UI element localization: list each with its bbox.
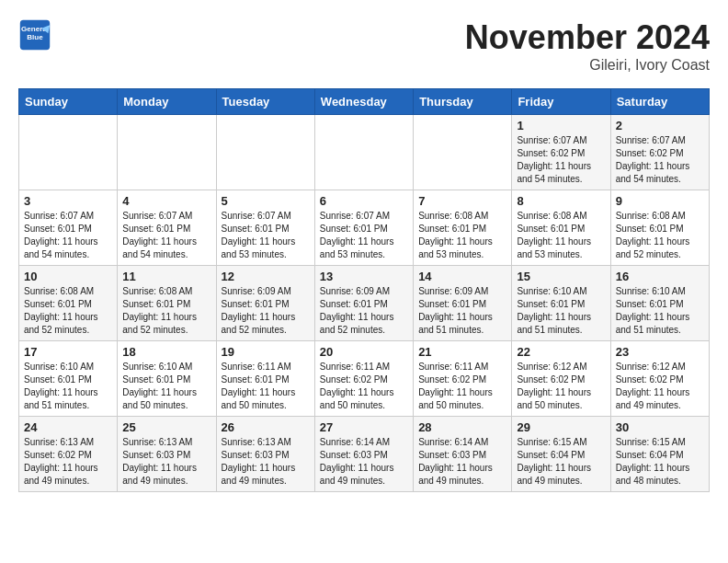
day-info: Sunrise: 6:07 AM Sunset: 6:01 PM Dayligh… xyxy=(122,210,210,261)
calendar-cell: 10Sunrise: 6:08 AM Sunset: 6:01 PM Dayli… xyxy=(19,266,118,341)
calendar-cell: 4Sunrise: 6:07 AM Sunset: 6:01 PM Daylig… xyxy=(118,190,216,266)
day-number: 26 xyxy=(222,420,310,434)
svg-text:Blue: Blue xyxy=(27,33,43,41)
day-info: Sunrise: 6:08 AM Sunset: 6:01 PM Dayligh… xyxy=(122,285,210,337)
calendar-cell: 21Sunrise: 6:11 AM Sunset: 6:02 PM Dayli… xyxy=(414,341,512,417)
day-number: 21 xyxy=(418,345,506,359)
calendar-cell: 18Sunrise: 6:10 AM Sunset: 6:01 PM Dayli… xyxy=(118,341,216,417)
calendar-table: SundayMondayTuesdayWednesdayThursdayFrid… xyxy=(18,88,710,492)
day-info: Sunrise: 6:13 AM Sunset: 6:03 PM Dayligh… xyxy=(222,436,310,488)
calendar-cell: 2Sunrise: 6:07 AM Sunset: 6:02 PM Daylig… xyxy=(610,115,709,190)
day-number: 12 xyxy=(222,270,310,283)
day-info: Sunrise: 6:10 AM Sunset: 6:01 PM Dayligh… xyxy=(122,361,210,412)
calendar-cell: 15Sunrise: 6:10 AM Sunset: 6:01 PM Dayli… xyxy=(512,266,610,341)
calendar-cell: 30Sunrise: 6:15 AM Sunset: 6:04 PM Dayli… xyxy=(610,417,709,492)
day-info: Sunrise: 6:09 AM Sunset: 6:01 PM Dayligh… xyxy=(222,285,310,337)
header-row: SundayMondayTuesdayWednesdayThursdayFrid… xyxy=(19,89,710,115)
day-number: 28 xyxy=(418,420,506,434)
day-info: Sunrise: 6:08 AM Sunset: 6:01 PM Dayligh… xyxy=(24,285,112,337)
calendar-cell xyxy=(414,115,512,190)
calendar-cell xyxy=(216,115,314,190)
weekday-header: Sunday xyxy=(19,89,118,115)
day-info: Sunrise: 6:07 AM Sunset: 6:01 PM Dayligh… xyxy=(320,210,408,261)
day-info: Sunrise: 6:15 AM Sunset: 6:04 PM Dayligh… xyxy=(517,436,605,488)
calendar-cell: 22Sunrise: 6:12 AM Sunset: 6:02 PM Dayli… xyxy=(512,341,610,417)
day-number: 2 xyxy=(616,119,704,132)
day-number: 1 xyxy=(517,119,605,132)
logo-icon: General Blue xyxy=(18,18,51,52)
day-number: 22 xyxy=(517,345,605,359)
day-info: Sunrise: 6:12 AM Sunset: 6:02 PM Dayligh… xyxy=(616,361,704,412)
day-info: Sunrise: 6:08 AM Sunset: 6:01 PM Dayligh… xyxy=(517,210,605,261)
day-info: Sunrise: 6:09 AM Sunset: 6:01 PM Dayligh… xyxy=(320,285,408,337)
calendar-cell: 8Sunrise: 6:08 AM Sunset: 6:01 PM Daylig… xyxy=(512,190,610,266)
calendar-cell: 16Sunrise: 6:10 AM Sunset: 6:01 PM Dayli… xyxy=(610,266,709,341)
weekday-header: Tuesday xyxy=(216,89,314,115)
day-info: Sunrise: 6:14 AM Sunset: 6:03 PM Dayligh… xyxy=(418,436,506,488)
day-number: 15 xyxy=(517,270,605,283)
calendar-cell: 1Sunrise: 6:07 AM Sunset: 6:02 PM Daylig… xyxy=(512,115,610,190)
day-number: 3 xyxy=(24,194,112,208)
calendar-cell: 9Sunrise: 6:08 AM Sunset: 6:01 PM Daylig… xyxy=(610,190,709,266)
calendar-cell: 28Sunrise: 6:14 AM Sunset: 6:03 PM Dayli… xyxy=(414,417,512,492)
day-number: 19 xyxy=(222,345,310,359)
calendar-cell: 3Sunrise: 6:07 AM Sunset: 6:01 PM Daylig… xyxy=(19,190,118,266)
day-info: Sunrise: 6:07 AM Sunset: 6:01 PM Dayligh… xyxy=(24,210,112,261)
calendar-cell: 25Sunrise: 6:13 AM Sunset: 6:03 PM Dayli… xyxy=(118,417,216,492)
calendar-cell xyxy=(118,115,216,190)
day-number: 14 xyxy=(418,270,506,283)
location: Gileiri, Ivory Coast xyxy=(465,57,710,74)
calendar-cell: 14Sunrise: 6:09 AM Sunset: 6:01 PM Dayli… xyxy=(414,266,512,341)
calendar-cell: 13Sunrise: 6:09 AM Sunset: 6:01 PM Dayli… xyxy=(314,266,413,341)
day-info: Sunrise: 6:10 AM Sunset: 6:01 PM Dayligh… xyxy=(517,285,605,337)
day-number: 11 xyxy=(122,270,210,283)
calendar-body: 1Sunrise: 6:07 AM Sunset: 6:02 PM Daylig… xyxy=(19,115,710,492)
day-number: 29 xyxy=(517,420,605,434)
day-info: Sunrise: 6:07 AM Sunset: 6:01 PM Dayligh… xyxy=(222,210,310,261)
day-info: Sunrise: 6:09 AM Sunset: 6:01 PM Dayligh… xyxy=(418,285,506,337)
calendar-week-row: 24Sunrise: 6:13 AM Sunset: 6:02 PM Dayli… xyxy=(19,417,710,492)
day-number: 16 xyxy=(616,270,704,283)
weekday-header: Friday xyxy=(512,89,610,115)
calendar-cell: 20Sunrise: 6:11 AM Sunset: 6:02 PM Dayli… xyxy=(314,341,413,417)
day-number: 18 xyxy=(122,345,210,359)
day-info: Sunrise: 6:08 AM Sunset: 6:01 PM Dayligh… xyxy=(418,210,506,261)
weekday-header: Thursday xyxy=(414,89,512,115)
day-number: 5 xyxy=(222,194,310,208)
day-number: 23 xyxy=(616,345,704,359)
calendar-cell: 27Sunrise: 6:14 AM Sunset: 6:03 PM Dayli… xyxy=(314,417,413,492)
weekday-header: Monday xyxy=(118,89,216,115)
day-number: 9 xyxy=(616,194,704,208)
calendar-week-row: 10Sunrise: 6:08 AM Sunset: 6:01 PM Dayli… xyxy=(19,266,710,341)
day-info: Sunrise: 6:15 AM Sunset: 6:04 PM Dayligh… xyxy=(616,436,704,488)
day-number: 13 xyxy=(320,270,408,283)
calendar-cell: 19Sunrise: 6:11 AM Sunset: 6:01 PM Dayli… xyxy=(216,341,314,417)
calendar-cell: 24Sunrise: 6:13 AM Sunset: 6:02 PM Dayli… xyxy=(19,417,118,492)
calendar-cell: 5Sunrise: 6:07 AM Sunset: 6:01 PM Daylig… xyxy=(216,190,314,266)
day-number: 10 xyxy=(24,270,112,283)
calendar-cell: 6Sunrise: 6:07 AM Sunset: 6:01 PM Daylig… xyxy=(314,190,413,266)
calendar-header: SundayMondayTuesdayWednesdayThursdayFrid… xyxy=(19,89,710,115)
day-info: Sunrise: 6:13 AM Sunset: 6:02 PM Dayligh… xyxy=(24,436,112,488)
day-number: 25 xyxy=(122,420,210,434)
day-info: Sunrise: 6:13 AM Sunset: 6:03 PM Dayligh… xyxy=(122,436,210,488)
calendar-cell: 29Sunrise: 6:15 AM Sunset: 6:04 PM Dayli… xyxy=(512,417,610,492)
day-info: Sunrise: 6:08 AM Sunset: 6:01 PM Dayligh… xyxy=(616,210,704,261)
day-number: 30 xyxy=(616,420,704,434)
day-info: Sunrise: 6:10 AM Sunset: 6:01 PM Dayligh… xyxy=(616,285,704,337)
calendar-cell: 12Sunrise: 6:09 AM Sunset: 6:01 PM Dayli… xyxy=(216,266,314,341)
day-number: 4 xyxy=(122,194,210,208)
calendar-week-row: 3Sunrise: 6:07 AM Sunset: 6:01 PM Daylig… xyxy=(19,190,710,266)
calendar-cell xyxy=(314,115,413,190)
day-info: Sunrise: 6:11 AM Sunset: 6:01 PM Dayligh… xyxy=(222,361,310,412)
calendar-cell: 23Sunrise: 6:12 AM Sunset: 6:02 PM Dayli… xyxy=(610,341,709,417)
month-title: November 2024 xyxy=(465,18,710,57)
logo: General Blue xyxy=(18,18,51,52)
calendar-week-row: 1Sunrise: 6:07 AM Sunset: 6:02 PM Daylig… xyxy=(19,115,710,190)
weekday-header: Saturday xyxy=(610,89,709,115)
day-info: Sunrise: 6:11 AM Sunset: 6:02 PM Dayligh… xyxy=(418,361,506,412)
day-number: 20 xyxy=(320,345,408,359)
day-number: 8 xyxy=(517,194,605,208)
day-info: Sunrise: 6:11 AM Sunset: 6:02 PM Dayligh… xyxy=(320,361,408,412)
day-info: Sunrise: 6:14 AM Sunset: 6:03 PM Dayligh… xyxy=(320,436,408,488)
